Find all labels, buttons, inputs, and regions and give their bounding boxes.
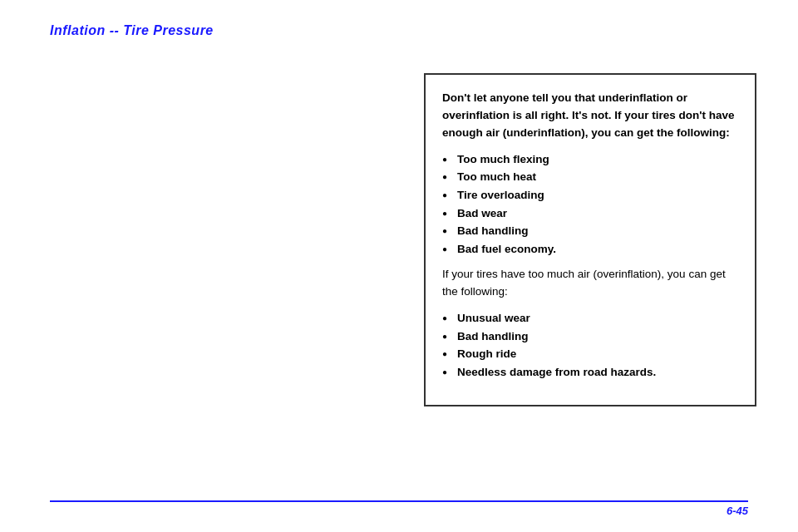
page-container: Inflation -- Tire Pressure Don't let any… — [0, 0, 798, 532]
info-box: Don't let anyone tell you that underinfl… — [424, 73, 756, 406]
underinflation-list: Too much flexing Too much heat Tire over… — [442, 150, 738, 259]
overinflation-list: Unusual wear Bad handling Rough ride Nee… — [442, 309, 738, 381]
overinflation-intro: If your tires have too much air (overinf… — [442, 266, 738, 301]
underinflation-intro: Don't let anyone tell you that underinfl… — [442, 90, 738, 142]
list-item: Bad wear — [442, 204, 738, 223]
list-item: Too much flexing — [442, 150, 738, 169]
page-number: 6-45 — [727, 505, 748, 517]
list-item: Bad fuel economy. — [442, 240, 738, 259]
list-item: Needless damage from road hazards. — [442, 363, 738, 382]
page-title: Inflation -- Tire Pressure — [50, 23, 214, 38]
list-item: Bad handling — [442, 222, 738, 240]
list-item: Bad handling — [442, 328, 738, 346]
list-item: Too much heat — [442, 168, 738, 186]
list-item: Tire overloading — [442, 186, 738, 204]
list-item: Unusual wear — [442, 309, 738, 328]
list-item: Rough ride — [442, 345, 738, 363]
bottom-divider — [50, 500, 748, 502]
